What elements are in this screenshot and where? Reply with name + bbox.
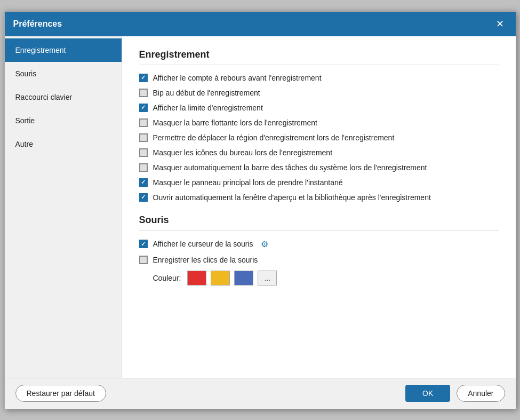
checkbox-row-3[interactable]: Afficher la limite d'enregistrement [139, 104, 499, 112]
sidebar: Enregistrement Souris Raccourci clavier … [5, 36, 122, 378]
checkbox-4[interactable] [139, 118, 148, 127]
color-swatch-more[interactable]: ... [258, 271, 277, 286]
footer: Restaurer par défaut OK Annuler [5, 378, 516, 409]
ok-button[interactable]: OK [405, 385, 450, 402]
sidebar-item-enregistrement[interactable]: Enregistrement [5, 38, 122, 62]
sidebar-item-raccourci[interactable]: Raccourci clavier [5, 85, 122, 109]
color-swatch-blue[interactable] [234, 271, 253, 286]
gear-icon[interactable]: ⚙ [261, 239, 268, 249]
souris-checkbox-row-2[interactable]: Enregistrer les clics de la souris [139, 256, 499, 264]
souris-checkbox-1[interactable] [139, 240, 148, 248]
souris-checkbox-2[interactable] [139, 256, 148, 264]
souris-section: Souris Afficher le curseur de la souris … [139, 215, 499, 286]
color-swatch-red[interactable] [187, 271, 206, 286]
close-button[interactable]: ✕ [493, 18, 507, 30]
checkbox-row-4[interactable]: Masquer la barre flottante lors de l'enr… [139, 118, 499, 127]
checkbox-row-7[interactable]: Masquer automatiquement la barre des tâc… [139, 163, 499, 172]
dialog-content: Enregistrement Souris Raccourci clavier … [5, 36, 516, 378]
checkbox-row-9[interactable]: Ouvrir automatiquement la fenêtre d'aper… [139, 193, 499, 202]
color-swatch-yellow[interactable] [211, 271, 230, 286]
titlebar: Préférences ✕ [5, 12, 516, 36]
souris-checkbox-row-1[interactable]: Afficher le curseur de la souris ⚙ [139, 239, 499, 249]
checkbox-row-1[interactable]: Afficher le compte à rebours avant l'enr… [139, 74, 499, 82]
checkbox-5[interactable] [139, 133, 148, 142]
dialog-title: Préférences [13, 19, 62, 29]
footer-right: OK Annuler [405, 385, 505, 402]
cancel-button[interactable]: Annuler [457, 385, 505, 402]
restore-defaults-button[interactable]: Restaurer par défaut [15, 385, 106, 402]
checkbox-1[interactable] [139, 74, 148, 82]
checkbox-row-8[interactable]: Masquer le panneau principal lors de pre… [139, 178, 499, 187]
checkbox-9[interactable] [139, 193, 148, 202]
checkbox-2[interactable] [139, 89, 148, 97]
souris-section-title: Souris [139, 215, 499, 231]
main-panel: Enregistrement Afficher le compte à rebo… [122, 36, 516, 378]
checkbox-row-2[interactable]: Bip au début de l'enregistrement [139, 89, 499, 97]
sidebar-item-souris[interactable]: Souris [5, 62, 122, 85]
checkbox-7[interactable] [139, 163, 148, 172]
checkbox-row-6[interactable]: Masquer les icônes du bureau lors de l'e… [139, 148, 499, 157]
color-row: Couleur: ... [153, 271, 499, 286]
checkbox-8[interactable] [139, 178, 148, 187]
sidebar-item-sortie[interactable]: Sortie [5, 109, 122, 132]
preferences-dialog: Préférences ✕ Enregistrement Souris Racc… [4, 11, 516, 409]
sidebar-item-autre[interactable]: Autre [5, 132, 122, 156]
checkbox-row-5[interactable]: Permettre de déplacer la région d'enregi… [139, 133, 499, 142]
enregistrement-section-title: Enregistrement [139, 49, 499, 65]
checkbox-6[interactable] [139, 148, 148, 157]
color-label: Couleur: [153, 274, 181, 282]
checkbox-3[interactable] [139, 104, 148, 112]
